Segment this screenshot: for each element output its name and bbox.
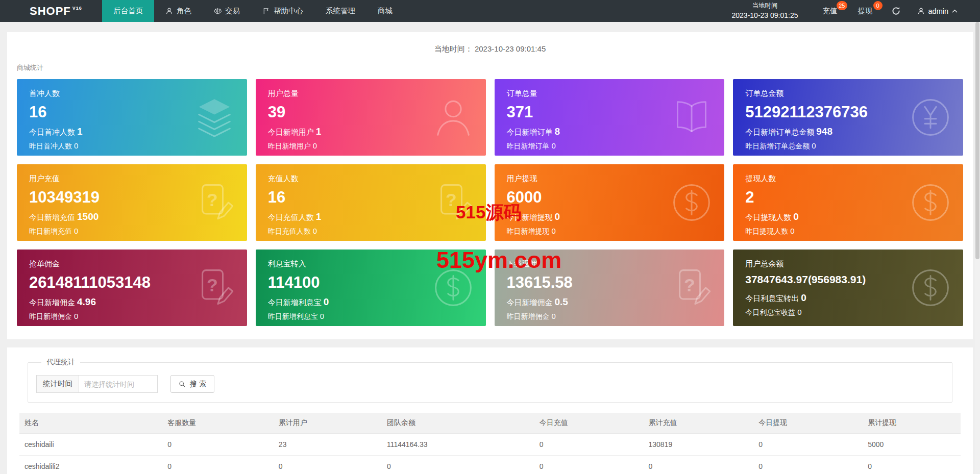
yen-circle-icon — [908, 95, 953, 140]
card-yesterday-label: 昨日首冲人数 — [29, 142, 72, 150]
card-today-value: 0 — [555, 211, 560, 222]
panel-local-time-label: 当地时间： — [434, 44, 473, 53]
card-yesterday-line: 昨日新增佣金0 — [507, 312, 713, 321]
card-yesterday-label: 昨日充值人数 — [268, 227, 311, 235]
user-icon — [431, 95, 476, 140]
column-header-2: 累计用户 — [274, 413, 382, 434]
card-yesterday-value: 0 — [74, 227, 78, 235]
card-today-value: 948 — [816, 126, 832, 137]
card-today-label: 今日新增充值 — [29, 213, 75, 221]
withdraw-label: 提现 — [858, 6, 873, 16]
recharge-badge: 25 — [837, 1, 847, 10]
stat-card-7[interactable]: 提现人数 2 今日提现人数0 昨日提现人数0 — [733, 164, 963, 241]
nav-item-4[interactable]: 系统管理 — [314, 0, 366, 22]
table-cell: 0 — [382, 456, 534, 474]
table-header-row: 姓名客服数量累计用户团队余额今日充值累计充值今日提现累计提现 — [19, 413, 961, 434]
card-yesterday-value: 0 — [790, 227, 794, 235]
stat-card-0[interactable]: 首冲人数 16 今日首冲人数1 昨日首冲人数0 — [17, 79, 247, 156]
card-today-value: 1 — [316, 211, 322, 222]
scrollbar-thumb[interactable] — [975, 22, 979, 259]
table-row-1: ceshidalili20000000 — [19, 456, 961, 474]
card-today-label: 今日新增利息宝 — [268, 298, 322, 307]
table-body: ceshidaili02311144164.33013081905000cesh… — [19, 434, 961, 474]
card-yesterday-label: 昨日新增佣金 — [29, 312, 72, 320]
stats-panel: 当地时间： 2023-10-23 09:01:45 商城统计 首冲人数 16 今… — [7, 32, 973, 339]
table-cell: 0 — [863, 456, 961, 474]
scales-icon — [214, 7, 222, 15]
card-today-value: 4.96 — [77, 296, 96, 307]
stat-card-10[interactable]: 下级返佣 13615.58 今日新增佣金0.5 昨日新增佣金0 ? — [495, 250, 725, 326]
svg-text:?: ? — [207, 190, 218, 210]
nav-item-5[interactable]: 商城 — [366, 0, 404, 22]
stat-card-11[interactable]: 用户总余额 37847643.97(956983.91) 今日利息宝转出0 今日… — [733, 250, 963, 326]
stat-time-input[interactable] — [79, 375, 158, 393]
nav-item-2[interactable]: 交易 — [203, 0, 251, 22]
stat-card-8[interactable]: 抢单佣金 26148111053148 今日新增佣金4.96 昨日新增佣金0 ? — [17, 250, 247, 326]
recharge-nav-button[interactable]: 充值 25 — [813, 0, 848, 22]
card-today-value: 1 — [77, 126, 83, 137]
card-yesterday-line: 昨日新增佣金0 — [29, 312, 235, 321]
card-yesterday-value: 0 — [74, 312, 78, 320]
dollar-circle-icon — [908, 265, 953, 310]
column-header-5: 累计充值 — [644, 413, 754, 434]
card-yesterday-value: 0 — [552, 141, 556, 150]
card-yesterday-label: 昨日新增充值 — [29, 227, 72, 235]
card-today-label: 今日新增订单 — [507, 128, 553, 136]
layers-icon — [192, 95, 237, 140]
admin-menu[interactable]: admin — [909, 0, 980, 22]
search-button[interactable]: 搜 索 — [170, 375, 214, 393]
card-yesterday-label: 昨日新增利息宝 — [268, 312, 318, 320]
card-yesterday-label: 昨日新增订单 — [507, 142, 550, 150]
search-icon — [179, 381, 186, 388]
card-yesterday-value: 0 — [74, 141, 78, 150]
section-title: 商城统计 — [17, 63, 963, 72]
nav-item-3[interactable]: 帮助中心 — [251, 0, 314, 22]
stat-card-2[interactable]: 订单总量 371 今日新增订单8 昨日新增订单0 — [495, 79, 725, 156]
dollar-circle-icon — [908, 180, 953, 225]
column-header-0: 姓名 — [19, 413, 162, 434]
card-today-value: 8 — [555, 126, 560, 137]
agent-filter-row: 统计时间 搜 索 — [36, 375, 944, 393]
stat-card-6[interactable]: 用户提现 6000 今日新增提现0 昨日新增提现0 — [495, 164, 725, 241]
stat-card-9[interactable]: 利息宝转入 114100 今日新增利息宝0 昨日新增利息宝0 — [256, 250, 486, 326]
table-cell: 0 — [753, 456, 863, 474]
stat-card-1[interactable]: 用户总量 39 今日新增用户1 昨日新增用户0 — [256, 79, 486, 156]
card-today-label: 今日提现人数 — [745, 213, 791, 221]
withdraw-nav-button[interactable]: 提现 0 — [848, 0, 883, 22]
refresh-button[interactable] — [883, 0, 909, 22]
card-yesterday-label: 今日利息宝收益 — [745, 308, 795, 316]
card-yesterday-line: 昨日提现人数0 — [745, 227, 951, 236]
table-cell: 23 — [274, 434, 382, 456]
admin-username: admin — [928, 7, 949, 15]
card-yesterday-line: 昨日新增充值0 — [29, 227, 235, 236]
card-today-label: 今日充值人数 — [268, 213, 314, 221]
stat-card-5[interactable]: 充值人数 16 今日充值人数1 昨日充值人数0 ? — [256, 164, 486, 241]
card-today-value: 0 — [793, 211, 799, 222]
refresh-icon — [891, 6, 901, 16]
card-yesterday-label: 昨日新增提现 — [507, 227, 550, 235]
stat-card-4[interactable]: 用户充值 10349319 今日新增充值1500 昨日新增充值0 ? — [17, 164, 247, 241]
card-today-label: 今日新增提现 — [507, 213, 553, 221]
agent-fieldset: 代理统计 统计时间 搜 索 — [28, 358, 952, 403]
stat-card-3[interactable]: 订单总金额 51292112376736 今日新增订单总金额948 昨日新增订单… — [733, 79, 963, 156]
book-icon — [669, 95, 714, 140]
card-today-label: 今日新增佣金 — [29, 298, 75, 307]
card-yesterday-value: 0 — [320, 312, 324, 320]
local-time-value: 2023-10-23 09:01:25 — [732, 10, 798, 20]
card-today-label: 今日新增订单总金额 — [745, 128, 814, 136]
app-logo[interactable]: SHOPFV16 — [0, 0, 102, 22]
nav-item-0[interactable]: 后台首页 — [102, 0, 154, 22]
column-header-3: 团队余额 — [382, 413, 534, 434]
nav-item-1[interactable]: 角色 — [154, 0, 203, 22]
card-yesterday-label: 昨日提现人数 — [745, 227, 788, 235]
card-yesterday-value: 0 — [313, 227, 317, 235]
page-scrollbar[interactable] — [975, 22, 980, 474]
main-nav: 后台首页 角色 交易 帮助中心 系统管理 商城 — [102, 0, 404, 22]
card-yesterday-value: 0 — [552, 312, 556, 320]
top-navbar: SHOPFV16 后台首页 角色 交易 帮助中心 系统管理 商城 当地时间 20… — [0, 0, 980, 22]
table-cell: 0 — [162, 456, 274, 474]
table-row-0: ceshidaili02311144164.33013081905000 — [19, 434, 961, 456]
navbar-right: 当地时间 2023-10-23 09:01:25 充值 25 提现 0 admi… — [718, 0, 980, 22]
table-cell: 0 — [644, 456, 754, 474]
card-today-value: 0 — [801, 292, 806, 303]
